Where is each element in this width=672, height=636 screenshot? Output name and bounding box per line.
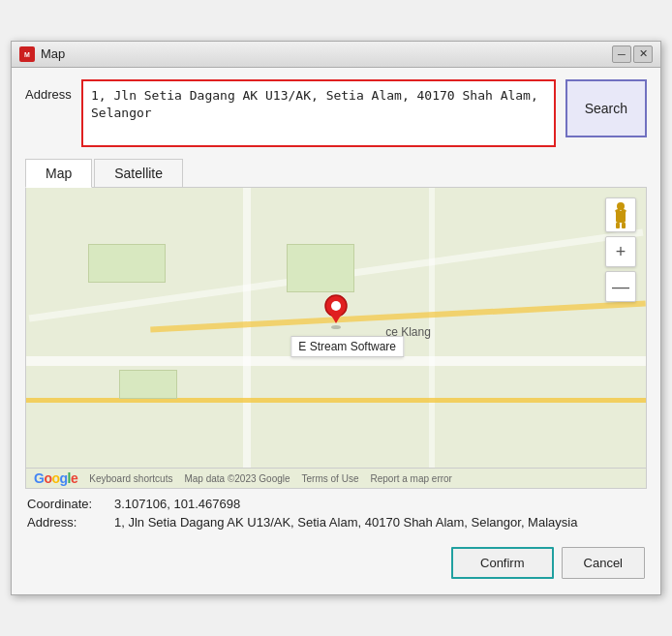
svg-point-5 [617, 202, 625, 210]
address-info-row: Address: 1, Jln Setia Dagang AK U13/AK, … [27, 515, 645, 530]
svg-point-3 [331, 301, 341, 311]
content-area: Address Search Map Satellite [12, 68, 660, 595]
map-area[interactable]: ce Klang E Stream Software [25, 188, 647, 469]
title-bar: M Map ─ ✕ [12, 42, 660, 68]
zoom-out-button[interactable]: — [605, 271, 636, 302]
road-v1 [243, 188, 251, 468]
cancel-button[interactable]: Cancel [562, 547, 645, 579]
google-bar: Google Keyboard shortcuts Map data ©2023… [25, 469, 647, 489]
map-controls: + — [605, 197, 636, 302]
map-block-1 [88, 244, 166, 283]
map-block-2 [119, 370, 177, 399]
address-info-value: 1, Jln Setia Dagang AK U13/AK, Setia Ala… [114, 515, 577, 530]
window-title: Map [41, 46, 65, 61]
coordinate-value: 3.107106, 101.467698 [114, 497, 240, 511]
map-block-3 [287, 244, 354, 292]
svg-text:M: M [24, 51, 30, 58]
street-view-button[interactable] [605, 197, 636, 232]
minimize-button[interactable]: ─ [612, 45, 631, 63]
keyboard-shortcuts-link[interactable]: Keyboard shortcuts [89, 473, 172, 484]
google-logo: Google [34, 470, 77, 486]
coordinate-label: Coordinate: [27, 497, 114, 511]
report-link[interactable]: Report a map error [370, 473, 451, 484]
address-row: Address Search [25, 79, 647, 148]
map-data-text: Map data ©2023 Google [184, 473, 290, 484]
address-label: Address [25, 79, 72, 102]
tab-satellite[interactable]: Satellite [94, 159, 183, 187]
tab-map[interactable]: Map [25, 159, 92, 188]
tabs-row: Map Satellite [25, 159, 647, 188]
pin-shadow [331, 325, 341, 329]
info-section: Coordinate: 3.107106, 101.467698 Address… [25, 489, 647, 543]
title-bar-left: M Map [19, 46, 65, 62]
map-tooltip: E Stream Software [290, 336, 404, 357]
map-pin [324, 294, 348, 329]
terms-link[interactable]: Terms of Use [302, 473, 359, 484]
address-info-label: Address: [27, 515, 114, 530]
svg-marker-4 [330, 314, 342, 323]
search-button[interactable]: Search [565, 79, 647, 137]
zoom-in-button[interactable]: + [605, 236, 636, 267]
close-button[interactable]: ✕ [633, 45, 653, 63]
confirm-button[interactable]: Confirm [451, 547, 554, 579]
address-input[interactable] [81, 79, 556, 148]
coordinate-row: Coordinate: 3.107106, 101.467698 [27, 497, 645, 511]
svg-rect-10 [622, 223, 626, 228]
title-bar-controls: ─ ✕ [612, 45, 653, 63]
app-icon: M [19, 46, 35, 62]
map-window: M Map ─ ✕ Address Search Map Satellite [11, 41, 661, 596]
footer-row: Confirm Cancel [25, 543, 647, 583]
svg-rect-9 [616, 223, 620, 228]
